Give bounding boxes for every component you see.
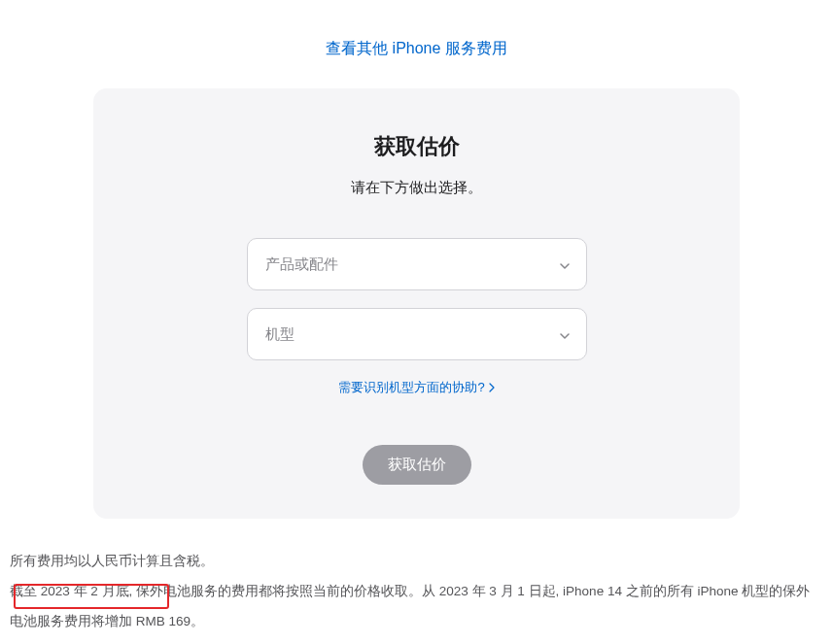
identify-model-help-link[interactable]: 需要识别机型方面的协助? (338, 379, 494, 396)
footer-line-1: 所有费用均以人民币计算且含税。 (10, 546, 823, 576)
get-estimate-button[interactable]: 获取估价 (363, 445, 471, 485)
product-select-wrapper: 产品或配件 (247, 238, 587, 290)
help-link-text: 需要识别机型方面的协助? (338, 379, 484, 396)
top-link-container: 查看其他 iPhone 服务费用 (10, 0, 823, 88)
other-iphone-services-link[interactable]: 查看其他 iPhone 服务费用 (326, 40, 507, 56)
footer-text: 所有费用均以人民币计算且含税。 截至 2023 年 2 月底, 保外电池服务的费… (10, 519, 823, 636)
product-select-placeholder: 产品或配件 (265, 255, 338, 274)
product-select[interactable]: 产品或配件 (247, 238, 587, 290)
model-select[interactable]: 机型 (247, 308, 587, 360)
chevron-right-icon (489, 383, 495, 392)
card-title: 获取估价 (122, 132, 711, 161)
help-link-container: 需要识别机型方面的协助? (122, 378, 711, 396)
footer-line-2: 截至 2023 年 2 月底, 保外电池服务的费用都将按照当前的价格收取。从 2… (10, 576, 823, 636)
card-subtitle: 请在下方做出选择。 (122, 179, 711, 197)
model-select-wrapper: 机型 (247, 308, 587, 360)
chevron-down-icon (559, 328, 571, 340)
model-select-placeholder: 机型 (265, 325, 295, 344)
chevron-down-icon (559, 258, 571, 270)
estimate-card: 获取估价 请在下方做出选择。 产品或配件 机型 需要识别机型方面的协助? (93, 88, 740, 519)
